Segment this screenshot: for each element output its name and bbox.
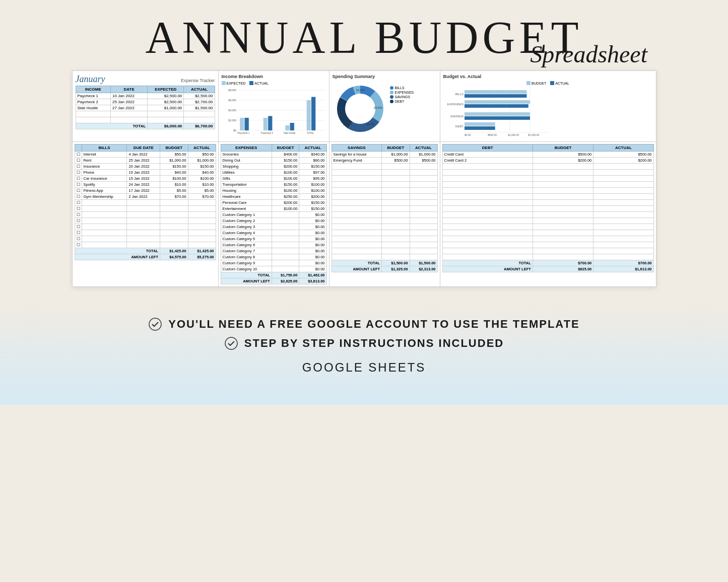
bill-checkbox[interactable]: ☐ <box>75 152 82 158</box>
actual-legend-label: ACTUAL <box>254 82 269 85</box>
bill-name: Fitness App <box>82 188 127 194</box>
bill-due: 4 Jan 2022 <box>127 152 160 158</box>
expense-row: Custom Category 6 $0.00 <box>221 242 326 248</box>
expense-actual: $0.00 <box>299 212 326 218</box>
bill-checkbox[interactable]: ☐ <box>75 176 82 182</box>
savings-empty-row <box>332 230 437 236</box>
bill-checkbox[interactable]: ☐ <box>75 164 82 170</box>
bills-row: ☐ Spotify 24 Jan 2022 $10.00 $10.00 <box>75 182 216 188</box>
exp-col-expenses: EXPENSES <box>221 144 272 152</box>
bill-actual: $50.00 <box>188 152 216 158</box>
debt-section: DEBT BUDGET ACTUAL Credit Card $500.00 $… <box>440 142 656 286</box>
expense-actual: $150.00 <box>299 200 326 206</box>
expense-actual: $100.00 <box>299 182 326 188</box>
svg-text:13.5%: 13.5% <box>356 89 365 92</box>
svg-rect-50 <box>465 126 495 130</box>
bill-checkbox[interactable]: ☐ <box>75 170 82 176</box>
expense-name: Entertainment <box>221 206 272 212</box>
bill-checkbox[interactable]: ☐ <box>75 158 82 164</box>
debt-dot <box>390 100 393 103</box>
bill-budget: $5.00 <box>160 188 188 194</box>
debt-empty-row <box>442 206 653 212</box>
expense-row: Custom Category 9 $0.00 <box>221 260 326 266</box>
info-item-1: YOU'LL NEED A FREE GOOGLE ACCOUNT TO USE… <box>0 317 728 331</box>
debt-empty-row <box>442 182 653 188</box>
debt-budget: $500.00 <box>533 152 593 158</box>
bill-budget: $150.00 <box>160 164 188 170</box>
top-section: January Expense Tracker INCOME DATE EXPE… <box>73 71 656 142</box>
saving-budget: $1,000.00 <box>382 152 410 158</box>
debt-empty-row <box>442 242 653 248</box>
svg-text:$4,000: $4,000 <box>228 109 236 112</box>
expense-budget: $100.00 <box>272 170 299 176</box>
debt-budget: $200.00 <box>533 158 593 164</box>
bill-name: Gym Membership <box>82 194 127 200</box>
debt-empty-row <box>442 188 653 194</box>
svg-rect-48 <box>465 116 530 120</box>
expense-actual: $0.00 <box>299 260 326 266</box>
debt-empty-row <box>442 194 653 200</box>
saving-name: Emergency Fund <box>332 158 382 164</box>
svg-text:$2,000: $2,000 <box>228 119 236 122</box>
svg-point-52 <box>225 337 237 349</box>
expense-budget <box>272 242 299 248</box>
svg-rect-10 <box>240 118 244 130</box>
expected-legend-label: EXPECTED <box>227 82 246 85</box>
expense-actual: $0.00 <box>299 248 326 254</box>
expense-row: Custom Category 7 $0.00 <box>221 248 326 254</box>
actual-legend-box <box>249 81 253 85</box>
debt-empty-row <box>442 218 653 224</box>
income-breakdown-title: Income Breakdown <box>222 74 326 79</box>
savings-table: SAVINGS BUDGET ACTUAL Savings for a hous… <box>332 144 438 272</box>
svg-rect-17 <box>311 97 315 131</box>
debt-empty-row <box>442 248 653 254</box>
svg-rect-15 <box>290 123 294 130</box>
bills-row: ☐ Gym Membership 2 Jan 2022 $70.00 $70.0… <box>75 194 216 200</box>
expense-actual: $0.00 <box>299 242 326 248</box>
bills-row: ☐ Rent 25 Jan 2022 $1,000.00 $1,000.00 <box>75 158 216 164</box>
income-expected: $2,500.00 <box>148 93 184 99</box>
expense-row: Shopping $200.00 $150.00 <box>221 164 326 170</box>
expense-row: Custom Category 1 $0.00 <box>221 212 326 218</box>
bills-row: ☐ Fitness App 17 Jan 2022 $5.00 $5.00 <box>75 188 216 194</box>
expense-budget: $150.00 <box>272 182 299 188</box>
income-name: Side Hustle <box>76 105 110 111</box>
savings-empty-row <box>332 194 437 200</box>
jan-section: January Expense Tracker INCOME DATE EXPE… <box>73 71 219 141</box>
saving-name: Savings for a house <box>332 152 382 158</box>
svg-text:SAVINGS: SAVINGS <box>450 115 463 118</box>
bill-budget: $10.00 <box>160 182 188 188</box>
hbar-legend: BUDGET ACTUAL <box>443 81 653 85</box>
expense-row: Healthcare $250.00 $200.00 <box>221 194 326 200</box>
expense-budget: $200.00 <box>272 164 299 170</box>
exp-col-budget: BUDGET <box>272 144 299 152</box>
expense-budget <box>272 254 299 260</box>
bill-actual: $100.00 <box>188 176 216 182</box>
bill-budget: $40.00 <box>160 170 188 176</box>
debt-total-row: TOTAL$700.00$700.00 <box>442 260 653 266</box>
expense-row: Custom Category 2 $0.00 <box>221 218 326 224</box>
check-icon-1 <box>148 317 162 331</box>
expense-actual: $97.00 <box>299 170 326 176</box>
savings-amount-left-row: AMOUNT LEFT$1,325.00$2,313.00 <box>332 266 437 272</box>
savings-empty-row <box>332 182 437 188</box>
bill-checkbox[interactable]: ☐ <box>75 188 82 194</box>
expense-budget: $200.00 <box>272 200 299 206</box>
svg-rect-44 <box>465 94 527 98</box>
expense-row: Personal Care $200.00 $150.00 <box>221 200 326 206</box>
bills-col-bills: BILLS <box>82 144 127 152</box>
expense-row: Custom Category 4 $0.00 <box>221 230 326 236</box>
debt-empty-row <box>442 176 653 182</box>
debt-name: Credit Card 2 <box>442 158 533 164</box>
expense-name: Custom Category 1 <box>221 212 272 218</box>
actual-legend2: ACTUAL <box>550 81 569 85</box>
bill-actual: $1,000.00 <box>188 158 216 164</box>
svg-point-51 <box>149 318 161 330</box>
svg-text:28.7%: 28.7% <box>366 123 375 126</box>
expense-row: Housing $100.00 $100.00 <box>221 188 326 194</box>
expense-name: Custom Category 4 <box>221 230 272 236</box>
expense-name: Healthcare <box>221 194 272 200</box>
bill-checkbox[interactable]: ☐ <box>75 194 82 200</box>
debt-empty-row <box>442 164 653 170</box>
bill-checkbox[interactable]: ☐ <box>75 182 82 188</box>
